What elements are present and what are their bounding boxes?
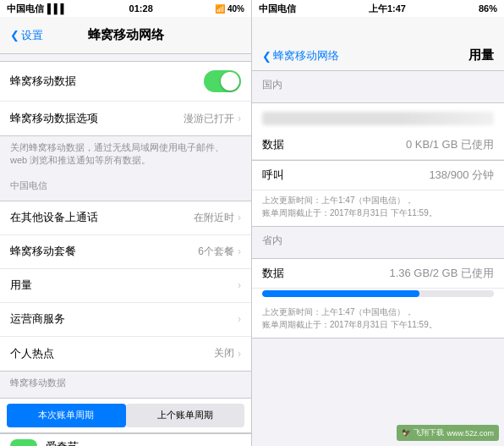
- chevron-left-icon-right: ❮: [262, 50, 271, 63]
- carrier-services-label: 运营商服务: [10, 311, 238, 327]
- progress-bar-bg: [262, 290, 494, 297]
- wifi-icon: 📶: [215, 4, 225, 14]
- note2: 上次更新时间：上午1:47（中国电信），: [262, 307, 414, 317]
- hotspot-label: 个人热点: [10, 346, 214, 361]
- provincial-section-header: 省内: [252, 227, 504, 251]
- watermark-icon: 🦅: [402, 429, 411, 438]
- calls-value: 在附近时: [194, 211, 234, 225]
- app-icon-aiqiyi: ▶: [10, 439, 37, 446]
- left-carrier: 中国电信 ▌▌▌: [7, 3, 67, 15]
- note1: 上次更新时间：上午1:47（中国电信），: [262, 195, 414, 205]
- tab-current-label: 本次账单周期: [38, 409, 94, 421]
- call-value: 138/900 分钟: [429, 168, 494, 183]
- chevron-left-icon: ❮: [10, 29, 19, 41]
- progress-container: [252, 289, 504, 302]
- left-time: 01:28: [129, 3, 153, 14]
- cellular-data-group: 蜂窝移动数据 蜂窝移动数据选项 漫游已打开 ›: [0, 61, 251, 136]
- right-carrier: 中国电信: [259, 3, 296, 15]
- data-section-label: 蜂窝移动数据: [0, 372, 251, 391]
- progress-bar-fill: [262, 290, 419, 297]
- note2b: 账单周期截止于：2017年8月31日 下午11:59。: [262, 320, 437, 329]
- note2-text: 上次更新时间：上午1:47（中国电信）， 账单周期截止于：2017年8月31日 …: [252, 302, 504, 338]
- hotspot-row[interactable]: 个人热点 关闭 ›: [0, 337, 251, 371]
- watermark-url: www.52z.com: [446, 429, 494, 438]
- left-status-bar: 中国电信 ▌▌▌ 01:28 📶 40%: [0, 0, 251, 17]
- cellular-data-label: 蜂窝移动数据: [10, 74, 204, 89]
- tab-current-billing[interactable]: 本次账单周期: [7, 404, 126, 427]
- provincial-data-group: 数据 1.36 GB/2 GB 已使用 上次更新时间：上午1:47（中国电信），…: [252, 258, 504, 339]
- battery-text: 40%: [227, 4, 244, 14]
- left-nav-title: 蜂窝移动网络: [88, 27, 164, 43]
- left-battery-area: 📶 40%: [215, 4, 244, 14]
- right-status-bar: 中国电信 上午1:47 86%: [252, 0, 504, 17]
- right-back-label: 蜂窝移动网络: [273, 48, 339, 63]
- usage-row[interactable]: 用量 ›: [0, 269, 251, 303]
- chevron-icon: ›: [238, 113, 241, 124]
- right-time: 上午1:47: [369, 3, 406, 15]
- app-name-aiqiyi: 爱奇艺: [46, 439, 241, 446]
- calls-label: 在其他设备上通话: [10, 210, 194, 225]
- left-settings-list: 蜂窝移动数据 蜂窝移动数据选项 漫游已打开 › 关闭蜂窝移动数据，通过无线局域网…: [0, 54, 251, 446]
- call-label: 呼叫: [262, 168, 284, 183]
- right-nav-header: ❮ 蜂窝移动网络 用量: [252, 17, 504, 71]
- right-back-button[interactable]: ❮ 蜂窝移动网络: [262, 48, 339, 63]
- plan-row[interactable]: 蜂窝移动套餐 6个套餐 ›: [0, 235, 251, 269]
- provincial-data-label: 数据: [262, 266, 284, 281]
- plan-value: 6个套餐: [198, 245, 234, 259]
- carrier-section-label: 中国电信: [0, 174, 251, 194]
- signal-icon: ▌▌▌: [47, 3, 67, 14]
- domestic-data-group: 数据 0 KB/1 GB 已使用 呼叫 138/900 分钟 上次更新时间：上午…: [252, 102, 504, 227]
- call-row: 呼叫 138/900 分钟: [252, 161, 504, 190]
- right-nav-title: 用量: [468, 47, 494, 63]
- app-info-aiqiyi: 爱奇艺 WLAN 与蜂窝移动网: [46, 439, 241, 446]
- provincial-data-row: 数据 1.36 GB/2 GB 已使用: [252, 259, 504, 289]
- billing-tabs: 本次账单周期 上个账单周期: [0, 398, 251, 433]
- note1-text: 上次更新时间：上午1:47（中国电信）， 账单周期截止于：2017年8月31日 …: [252, 190, 504, 226]
- chevron-icon-plan: ›: [238, 245, 241, 257]
- chevron-icon-hotspot: ›: [238, 348, 241, 360]
- note1b: 账单周期截止于：2017年8月31日 下午11:59。: [262, 208, 437, 217]
- cellular-data-row[interactable]: 蜂窝移动数据: [0, 62, 251, 102]
- domestic-data-label: 数据: [262, 137, 284, 152]
- carrier-text: 中国电信: [7, 3, 44, 15]
- list-item[interactable]: ▶ 爱奇艺 WLAN 与蜂窝移动网: [0, 434, 251, 446]
- cellular-description: 关闭蜂窝移动数据，通过无线局域网使用电子邮件、web 浏览和推送通知等所有数据。: [0, 136, 251, 174]
- right-battery: 86%: [479, 3, 497, 14]
- left-panel: 中国电信 ▌▌▌ 01:28 📶 40% ❮ 设置 蜂窝移动网络 蜂窝移动数据: [0, 0, 252, 446]
- cellular-options-label: 蜂窝移动数据选项: [10, 111, 184, 126]
- cellular-options-row[interactable]: 蜂窝移动数据选项 漫游已打开 ›: [0, 102, 251, 135]
- usage-label: 用量: [10, 278, 238, 293]
- right-panel: 中国电信 上午1:47 86% ❮ 蜂窝移动网络 用量 国内 数据 0 KB/1…: [252, 0, 504, 446]
- chevron-icon-carrier: ›: [238, 313, 241, 325]
- toggle-knob: [221, 72, 239, 91]
- calls-row[interactable]: 在其他设备上通话 在附近时 ›: [0, 201, 251, 235]
- cellular-options-value: 漫游已打开: [184, 112, 234, 126]
- tab-last-label: 上个账单周期: [157, 409, 213, 421]
- carrier-settings-group: 在其他设备上通话 在附近时 › 蜂窝移动套餐 6个套餐 › 用量 › 运营商服务…: [0, 201, 251, 372]
- watermark-text: 飞翔下载: [414, 427, 444, 438]
- domestic-data-value: 0 KB/1 GB 已使用: [406, 137, 494, 152]
- app-list: ▶ 爱奇艺 WLAN 与蜂窝移动网 🔧 爱思助手 WLAN 与蜂窝移动网 🐇: [0, 433, 251, 446]
- domestic-section-header: 国内: [252, 71, 504, 96]
- plan-label: 蜂窝移动套餐: [10, 244, 198, 259]
- tab-last-billing[interactable]: 上个账单周期: [126, 404, 245, 427]
- right-content: 国内 数据 0 KB/1 GB 已使用 呼叫 138/900 分钟 上次更新时间…: [252, 71, 504, 446]
- hotspot-value: 关闭: [214, 346, 234, 361]
- domestic-data-row: 数据 0 KB/1 GB 已使用: [252, 130, 504, 160]
- watermark: 🦅 飞翔下载 www.52z.com: [397, 425, 499, 441]
- chevron-icon-calls: ›: [238, 212, 241, 223]
- cellular-data-toggle[interactable]: [204, 70, 241, 92]
- provincial-data-value: 1.36 GB/2 GB 已使用: [389, 266, 494, 281]
- blurred-data-bar: [262, 112, 494, 125]
- back-label: 设置: [21, 28, 43, 43]
- left-nav-header: ❮ 设置 蜂窝移动网络: [0, 17, 251, 54]
- left-back-button[interactable]: ❮ 设置: [10, 28, 43, 43]
- chevron-icon-usage: ›: [238, 279, 241, 291]
- carrier-services-row[interactable]: 运营商服务 ›: [0, 303, 251, 337]
